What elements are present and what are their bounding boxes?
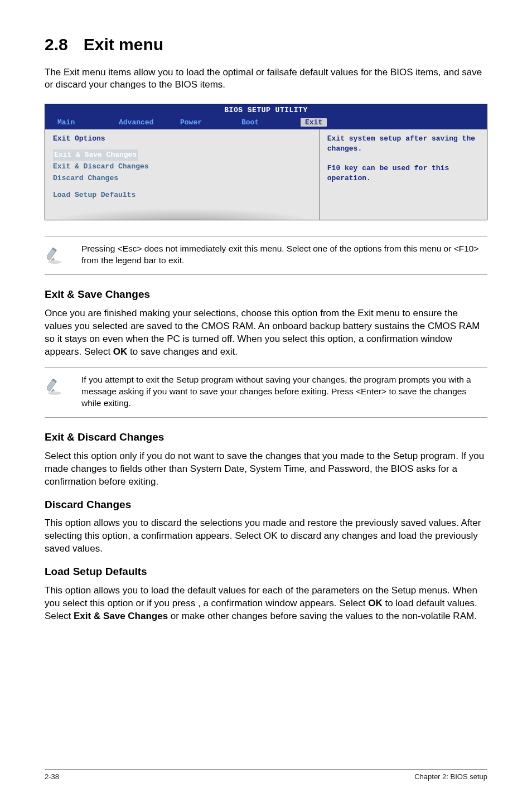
bios-left-pane: Exit Options Exit & Save Changes Exit & … [45, 129, 320, 220]
bios-tab-row: Main Advanced Power Boot Exit [45, 117, 487, 130]
bios-left-heading: Exit Options [53, 134, 311, 144]
page-footer: 2-38 Chapter 2: BIOS setup [45, 769, 487, 782]
note-esc-text: Pressing <Esc> does not immediately exit… [81, 243, 484, 267]
note-exit-without-save: If you attempt to exit the Setup program… [45, 367, 487, 418]
bios-tab-advanced: Advanced [107, 118, 168, 128]
body-exit-discard: Select this option only if you do not wa… [45, 450, 487, 489]
svg-point-0 [48, 260, 61, 264]
svg-point-4 [48, 392, 61, 395]
bios-item-discard: Discard Changes [53, 172, 311, 185]
heading-load-defaults: Load Setup Defaults [45, 564, 487, 579]
pencil-icon [47, 374, 69, 397]
heading-exit-save: Exit & Save Changes [45, 287, 487, 302]
bios-tab-exit: Exit [301, 118, 327, 127]
bios-tab-power: Power [168, 118, 229, 128]
bios-tab-boot: Boot [229, 118, 291, 128]
bios-body: Exit Options Exit & Save Changes Exit & … [45, 129, 487, 220]
body-load-defaults: This option allows you to load the defau… [45, 584, 487, 623]
section-name: Exit menu [84, 35, 163, 54]
bios-right-pane: Exit system setup after saving the chang… [320, 129, 487, 220]
heading-discard: Discard Changes [45, 497, 487, 512]
note-exit-without-save-text: If you attempt to exit the Setup program… [81, 374, 484, 409]
footer-page-number: 2-38 [45, 772, 59, 782]
section-number: 2.8 [45, 35, 68, 54]
body-discard: This option allows you to discard the se… [45, 517, 487, 555]
pencil-icon [47, 243, 69, 265]
bios-title: BIOS SETUP UTILITY [45, 104, 487, 117]
body-exit-save: Once you are finished making your select… [45, 307, 487, 359]
bios-item-exit-discard: Exit & Discard Changes [53, 161, 311, 173]
footer-chapter: Chapter 2: BIOS setup [414, 772, 487, 782]
bios-item-exit-save: Exit & Save Changes [53, 149, 138, 161]
bios-screenshot: BIOS SETUP UTILITY Main Advanced Power B… [45, 104, 487, 220]
bios-item-load-defaults: Load Setup Defaults [53, 189, 311, 201]
intro-paragraph: The Exit menu items allow you to load th… [45, 66, 487, 92]
section-title: 2.8Exit menu [45, 33, 487, 56]
note-esc: Pressing <Esc> does not immediately exit… [45, 236, 487, 275]
heading-exit-discard: Exit & Discard Changes [45, 430, 487, 445]
bios-tab-main: Main [45, 118, 107, 128]
bios-help-text: Exit system setup after saving the chang… [327, 134, 479, 183]
